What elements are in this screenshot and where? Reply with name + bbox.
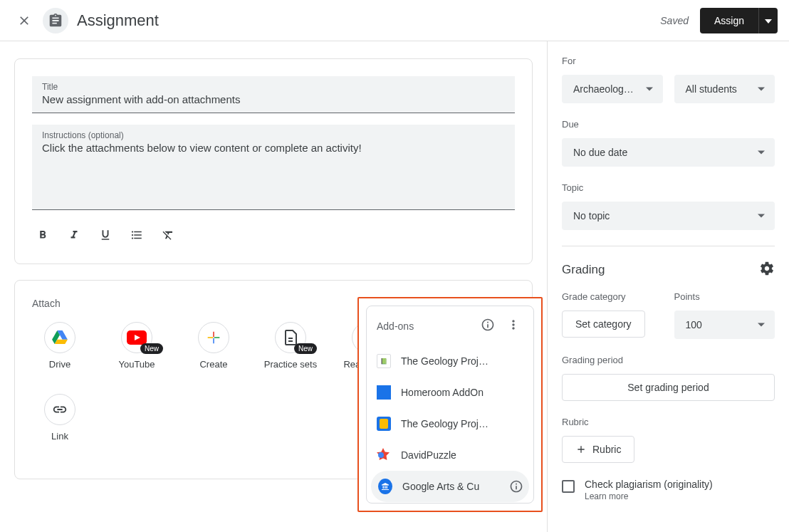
attach-label: Practice sets bbox=[264, 359, 317, 371]
instructions-field[interactable]: Instructions (optional) Click the attach… bbox=[32, 125, 515, 210]
close-icon bbox=[17, 14, 31, 28]
topic-label: Topic bbox=[562, 182, 775, 193]
title-field[interactable]: Title New assignment with add-on attachm… bbox=[32, 76, 515, 113]
plus-icon bbox=[575, 444, 587, 455]
svg-rect-1 bbox=[380, 419, 388, 429]
rubric-label: Rubric bbox=[562, 417, 775, 427]
saved-status: Saved bbox=[660, 15, 689, 26]
grading-period-label: Grading period bbox=[562, 355, 775, 365]
bold-button[interactable] bbox=[33, 226, 52, 246]
clear-format-icon bbox=[162, 229, 174, 241]
instructions-value: Click the attachments below to view cont… bbox=[42, 142, 505, 154]
addon-label: Homeroom AddOn bbox=[401, 387, 523, 398]
info-icon[interactable] bbox=[509, 479, 523, 494]
grading-settings-button[interactable] bbox=[759, 261, 775, 278]
title-value: New assignment with add-on attachments bbox=[42, 93, 505, 105]
clear-format-button[interactable] bbox=[159, 226, 177, 246]
topic-select[interactable]: No topic bbox=[562, 202, 775, 230]
addon-row[interactable]: Homeroom AddOn bbox=[367, 377, 533, 408]
assignment-form-card: Title New assignment with add-on attachm… bbox=[14, 58, 533, 264]
addons-more-button[interactable] bbox=[503, 315, 523, 337]
assignment-type-icon bbox=[43, 8, 68, 33]
drive-icon bbox=[44, 322, 75, 353]
new-badge: New bbox=[140, 343, 163, 354]
italic-icon bbox=[68, 229, 80, 241]
points-select[interactable]: 100 bbox=[674, 311, 775, 339]
attach-item-youtube[interactable]: NewYouTube bbox=[109, 322, 164, 371]
attach-label: YouTube bbox=[118, 359, 155, 371]
addon-icon bbox=[378, 479, 392, 494]
attach-label: Link bbox=[51, 431, 68, 443]
underline-icon bbox=[99, 229, 112, 241]
attach-item-create[interactable]: Create bbox=[186, 322, 241, 371]
addon-row[interactable]: DavidPuzzle bbox=[367, 439, 533, 471]
header: Assignment Saved Assign bbox=[0, 0, 789, 41]
page-title: Assignment bbox=[77, 11, 159, 30]
due-date-select[interactable]: No due date bbox=[562, 138, 775, 167]
caret-down-icon bbox=[765, 19, 772, 24]
addon-label: Google Arts & Cu bbox=[402, 481, 499, 492]
addons-panel: Add-ons 📗The Geology Proj…Homeroom AddOn… bbox=[366, 306, 534, 504]
set-category-button[interactable]: Set category bbox=[562, 311, 645, 338]
italic-button[interactable] bbox=[65, 226, 83, 246]
addon-icon bbox=[377, 448, 391, 462]
addon-label: DavidPuzzle bbox=[401, 449, 523, 461]
addon-icon bbox=[377, 385, 391, 400]
grading-title: Grading bbox=[562, 263, 605, 277]
set-grading-period-button[interactable]: Set grading period bbox=[562, 374, 775, 401]
attach-item-practice-sets[interactable]: NewPractice sets bbox=[263, 322, 318, 371]
class-select[interactable]: Archaeology … bbox=[562, 75, 663, 103]
info-icon bbox=[481, 318, 495, 332]
attach-label: Drive bbox=[49, 359, 70, 371]
students-select[interactable]: All students bbox=[674, 75, 775, 103]
addon-row[interactable]: 📗The Geology Proj… bbox=[367, 345, 533, 377]
bold-icon bbox=[36, 229, 49, 241]
addon-label: The Geology Proj… bbox=[401, 418, 523, 429]
addons-panel-highlight: Add-ons 📗The Geology Proj…Homeroom AddOn… bbox=[357, 297, 543, 512]
plagiarism-label: Check plagiarism (originality) bbox=[585, 479, 713, 490]
for-label: For bbox=[562, 56, 775, 66]
more-vert-icon bbox=[506, 318, 521, 332]
assign-button[interactable]: Assign bbox=[700, 8, 758, 33]
addon-icon: 📗 bbox=[377, 354, 391, 368]
list-icon bbox=[130, 229, 143, 241]
addon-label: The Geology Proj… bbox=[401, 355, 523, 367]
due-label: Due bbox=[562, 119, 775, 130]
addons-info-button[interactable] bbox=[478, 315, 498, 337]
clipboard-icon bbox=[48, 13, 63, 28]
create-icon bbox=[198, 322, 229, 353]
plagiarism-checkbox[interactable] bbox=[562, 480, 575, 493]
instructions-label: Instructions (optional) bbox=[42, 130, 505, 140]
underline-button[interactable] bbox=[96, 226, 115, 246]
new-badge: New bbox=[294, 343, 317, 354]
main-content: Title New assignment with add-on attachm… bbox=[0, 41, 547, 532]
gear-icon bbox=[759, 261, 775, 276]
attach-label: Create bbox=[199, 359, 227, 371]
grade-category-label: Grade category bbox=[562, 291, 663, 302]
addon-row[interactable]: Google Arts & Cu bbox=[371, 471, 529, 502]
addons-title: Add-ons bbox=[377, 320, 414, 332]
points-label: Points bbox=[674, 291, 775, 302]
divider bbox=[562, 246, 775, 246]
rubric-button[interactable]: Rubric bbox=[562, 436, 634, 463]
addon-icon bbox=[377, 417, 391, 431]
rubric-button-label: Rubric bbox=[592, 444, 621, 455]
link-icon bbox=[44, 394, 75, 425]
attach-item-link[interactable]: Link bbox=[32, 394, 88, 443]
addon-row[interactable]: The Geology Proj… bbox=[367, 408, 533, 439]
bullet-list-button[interactable] bbox=[127, 226, 146, 246]
learn-more-link[interactable]: Learn more bbox=[585, 491, 713, 501]
rich-text-toolbar bbox=[32, 221, 515, 246]
assign-dropdown[interactable] bbox=[758, 8, 778, 33]
attach-item-drive[interactable]: Drive bbox=[32, 322, 88, 371]
svg-point-2 bbox=[378, 452, 384, 458]
close-button[interactable] bbox=[11, 8, 37, 33]
sidebar: For Archaeology … All students Due No du… bbox=[547, 41, 789, 532]
title-label: Title bbox=[42, 82, 505, 92]
